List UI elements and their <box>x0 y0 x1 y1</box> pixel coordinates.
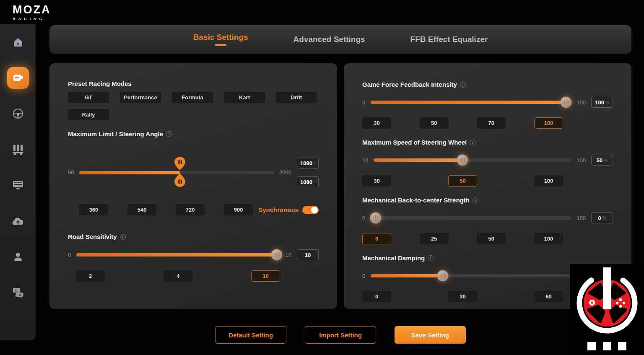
back-to-center-slider-track[interactable] <box>371 216 571 220</box>
road-sensitivity-handle[interactable] <box>271 249 283 261</box>
ffb-intensity-slider-track[interactable] <box>371 101 571 104</box>
degree-unit: ° <box>314 161 315 166</box>
preset-540-button[interactable]: 540 <box>127 204 156 215</box>
info-icon[interactable]: i <box>473 197 478 203</box>
preset-50-button[interactable]: 50 <box>477 233 506 244</box>
sidebar-item-wheelbase[interactable] <box>0 60 36 96</box>
preset-360-button[interactable]: 360 <box>79 204 108 215</box>
preset-50-button[interactable]: 50 <box>420 117 449 129</box>
pin-down-icon <box>174 157 185 170</box>
default-setting-button[interactable]: Default Setting <box>215 326 286 344</box>
info-icon[interactable]: i <box>120 234 126 240</box>
settings-tab-bar: Basic Settings Advanced Settings FFB Eff… <box>49 25 631 54</box>
info-icon[interactable]: i <box>470 140 475 145</box>
mode-performance-button[interactable]: Performance <box>120 92 161 103</box>
preset-0-button[interactable]: 0 <box>362 291 391 302</box>
qa-icon: Q A <box>11 287 25 298</box>
max-speed-slider-track[interactable] <box>374 158 571 162</box>
sidebar-item-steering-wheel[interactable] <box>0 96 36 132</box>
moza-wheel-watermark <box>570 264 644 355</box>
percent-unit: % <box>602 216 606 220</box>
ffb-intensity-slider-row: 0 100 100 % <box>362 97 613 108</box>
preset-70-button[interactable]: 70 <box>477 117 506 129</box>
info-icon[interactable]: i <box>460 82 466 88</box>
footer-action-bar: Default Setting Import Setting Save Sett… <box>49 326 631 344</box>
slider-min-label: 0 <box>362 273 365 279</box>
preset-2-button[interactable]: 2 <box>76 270 105 282</box>
steering-angle-handle-top[interactable] <box>174 157 185 172</box>
svg-text:Q: Q <box>15 289 17 293</box>
sidebar-item-qa[interactable]: Q A <box>0 275 36 311</box>
slider-min-label: 0 <box>68 252 71 258</box>
preset-0-button[interactable]: 0 <box>362 233 391 244</box>
preset-100-button[interactable]: 100 <box>534 233 563 244</box>
sidebar-item-dashboard[interactable] <box>0 168 36 203</box>
slider-max-label: 100 <box>576 157 586 163</box>
slider-fill <box>374 158 462 162</box>
tab-basic-settings-label: Basic Settings <box>193 33 248 41</box>
ffb-intensity-value[interactable]: 100 % <box>591 97 613 108</box>
preset-25-button[interactable]: 25 <box>420 233 449 244</box>
save-setting-button[interactable]: Save Setting <box>395 326 466 344</box>
slider-max-label: 100 <box>576 215 586 221</box>
preset-900-button[interactable]: 900 <box>224 204 253 215</box>
preset-30-button[interactable]: 30 <box>362 117 391 129</box>
road-sensitivity-value[interactable]: 10 <box>297 249 319 260</box>
max-speed-handle[interactable] <box>457 155 468 166</box>
back-to-center-value[interactable]: 0 % <box>591 212 613 223</box>
road-sensitivity-label: Road Sensitivity <box>68 233 117 240</box>
user-icon <box>12 251 24 263</box>
steering-angle-preset-row: 360 540 720 900 Synchronous <box>68 204 319 215</box>
preset-720-button[interactable]: 720 <box>176 204 205 215</box>
steering-angle-value-top[interactable]: 1080 ° <box>297 158 319 168</box>
steering-angle-handle-bottom[interactable] <box>174 174 185 189</box>
preset-100-button[interactable]: 100 <box>534 175 563 187</box>
value-text: 100 <box>595 99 604 106</box>
mode-formula-button[interactable]: Formula <box>172 92 213 103</box>
steering-angle-slider-track[interactable] <box>79 171 274 174</box>
ffb-intensity-handle[interactable] <box>561 97 572 108</box>
moza-wheel-logo-icon <box>570 264 644 355</box>
toggle-knob <box>311 207 318 213</box>
mode-rally-button[interactable]: Rally <box>68 109 109 120</box>
sidebar-item-user[interactable] <box>0 239 36 275</box>
sidebar-item-home[interactable] <box>0 24 36 60</box>
preset-10-button[interactable]: 10 <box>251 270 280 282</box>
degree-unit: ° <box>314 180 315 184</box>
steering-angle-value-bottom[interactable]: 1080 ° <box>297 176 319 187</box>
preset-racing-modes-title: Preset Racing Modes <box>68 80 319 87</box>
value-text: 1080 <box>300 179 312 185</box>
damping-preset-row: 0 30 60 <box>362 291 563 302</box>
preset-50-button[interactable]: 50 <box>448 175 477 187</box>
info-icon[interactable]: i <box>428 255 434 261</box>
steering-angle-label: Maximum Limit / Steering Angle <box>68 130 163 137</box>
synchronous-toggle[interactable] <box>302 206 319 214</box>
max-speed-value[interactable]: 50 % <box>591 155 613 166</box>
tab-advanced-settings[interactable]: Advanced Settings <box>293 35 365 44</box>
import-setting-button[interactable]: Import Setting <box>305 326 376 344</box>
tab-ffb-effect-equalizer[interactable]: FFB Effect Equalizer <box>410 35 488 44</box>
steering-angle-slider-row: 90 <box>68 158 319 187</box>
steering-angle-value-column: 1080 ° 1080 ° <box>297 158 319 187</box>
preset-60-button[interactable]: 60 <box>534 291 563 302</box>
mode-gt-button[interactable]: GT <box>68 92 109 103</box>
preset-30-button[interactable]: 30 <box>448 291 477 302</box>
slider-max-label: 100 <box>576 99 586 106</box>
cloud-upload-icon <box>11 216 25 227</box>
damping-handle[interactable] <box>437 270 449 282</box>
mode-drift-button[interactable]: Drift <box>276 92 317 103</box>
preset-4-button[interactable]: 4 <box>164 270 192 282</box>
mode-kart-button[interactable]: Kart <box>224 92 265 103</box>
preset-100-button[interactable]: 100 <box>534 117 563 129</box>
preset-30-button[interactable]: 30 <box>362 175 391 187</box>
info-icon[interactable]: i <box>166 131 172 137</box>
slider-fill <box>76 253 280 257</box>
damping-slider-track[interactable] <box>371 274 571 277</box>
sidebar-item-pedals[interactable] <box>0 132 36 167</box>
sidebar-item-cloud-upload[interactable] <box>0 203 36 239</box>
tab-basic-settings[interactable]: Basic Settings <box>193 33 248 46</box>
road-sensitivity-title: Road Sensitivity i <box>68 233 319 240</box>
slider-fill <box>371 274 443 277</box>
road-sensitivity-slider-track[interactable] <box>76 253 280 257</box>
back-to-center-handle[interactable] <box>370 212 382 224</box>
